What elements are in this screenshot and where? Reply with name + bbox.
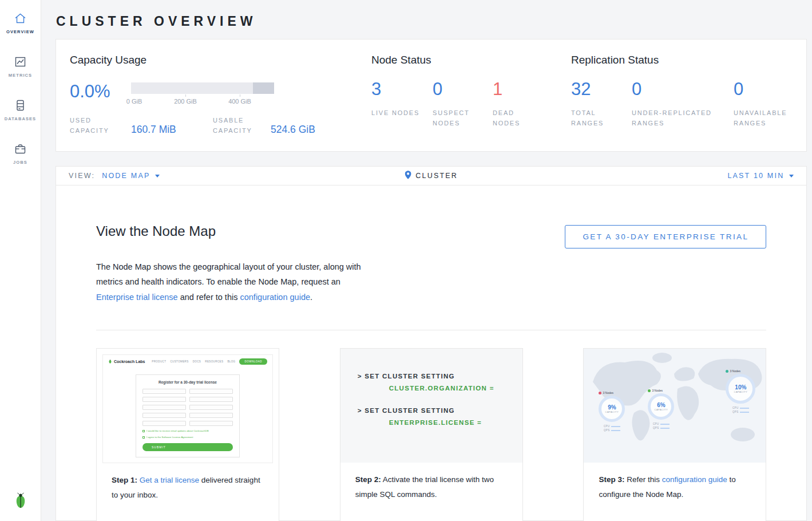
region-nodes-label: 3 Nodes	[603, 391, 613, 394]
axis-tick-label: 200 GiB	[174, 98, 197, 105]
metrics-icon	[13, 55, 27, 69]
metric-bar	[660, 428, 670, 429]
metric-label: QPS	[732, 411, 738, 413]
mock-site-header: Cockroach Labs PRODUCT CUSTOMERS DOCS RE…	[103, 355, 272, 368]
axis-tick-label: 0 GiB	[126, 98, 142, 105]
mock-input	[189, 397, 233, 402]
capacity-donut: 9% CAPACITY	[599, 396, 625, 422]
replication-status-section: Replication Status 32 TOTAL RANGES 0 UND…	[571, 54, 793, 151]
sidebar-item-label: METRICS	[9, 73, 32, 78]
app-root: OVERVIEW METRICS DATABASES	[0, 0, 812, 521]
suspect-nodes-label: SUSPECT NODES	[433, 108, 481, 128]
node-dot-icon	[648, 389, 651, 392]
capacity-donut: 6% CAPACITY	[648, 393, 674, 420]
main-content: CLUSTER OVERVIEW Capacity Usage 0.0% 0 G…	[41, 0, 812, 521]
step1-screenshot: Cockroach Labs PRODUCT CUSTOMERS DOCS RE…	[102, 354, 273, 463]
mock-input	[142, 397, 186, 402]
sidebar-item-label: JOBS	[13, 160, 27, 165]
sidebar-item-label: OVERVIEW	[6, 29, 34, 34]
configuration-guide-link[interactable]: configuration guide	[662, 475, 727, 484]
dead-nodes-stat: 1 DEAD NODES	[493, 80, 547, 128]
configuration-guide-link[interactable]: configuration guide	[240, 293, 310, 302]
mock-brand: Cockroach Labs	[108, 359, 145, 364]
sidebar: OVERVIEW METRICS DATABASES	[0, 0, 41, 521]
view-selector-dropdown[interactable]: NODE MAP	[102, 172, 160, 180]
node-status-title: Node Status	[371, 54, 571, 66]
enterprise-trial-button[interactable]: GET A 30-DAY ENTERPRISE TRIAL	[565, 225, 766, 248]
dead-nodes-value: 1	[493, 80, 541, 98]
divider	[96, 330, 766, 330]
mock-input	[189, 421, 233, 426]
mock-nav: PRODUCT CUSTOMERS DOCS RESOURCES BLOG	[152, 360, 235, 363]
used-capacity-label: USED CAPACITY	[70, 115, 131, 136]
node-map-description: The Node Map shows the geographical layo…	[96, 259, 365, 305]
region-metrics: CPU QPS	[732, 405, 749, 413]
axis-tick-label: 400 GiB	[228, 98, 251, 105]
location-pin-icon	[405, 171, 411, 181]
used-capacity-value: 160.7 MiB	[131, 124, 213, 136]
sidebar-item-jobs[interactable]: JOBS	[13, 142, 27, 165]
sidebar-item-label: DATABASES	[5, 116, 36, 121]
mock-form-title: Register for a 30-day trial license	[142, 380, 233, 384]
region-metrics: CPU QPS	[653, 421, 670, 429]
step3-label: Step 3:	[599, 475, 624, 484]
region-badge: 3 Nodes 9% CAPACITY CPU QPS	[599, 391, 625, 432]
page-title: CLUSTER OVERVIEW	[56, 14, 807, 29]
sidebar-item-metrics[interactable]: METRICS	[9, 55, 32, 78]
metric-label: CPU	[653, 423, 659, 425]
step2-caption: Step 2: Activate the trial license with …	[340, 463, 522, 503]
mock-nav-item: RESOURCES	[205, 360, 223, 363]
suspect-nodes-stat: 0 SUSPECT NODES	[433, 80, 493, 128]
live-nodes-label: LIVE NODES	[371, 108, 420, 118]
sql-command-setting: CLUSTER.ORGANIZATION =	[389, 385, 522, 392]
metric-bar	[740, 412, 749, 413]
step1-card: Cockroach Labs PRODUCT CUSTOMERS DOCS RE…	[96, 348, 279, 521]
node-status-section: Node Status 3 LIVE NODES 0 SUSPECT NODES…	[371, 54, 571, 151]
unavailable-ranges-value: 0	[734, 80, 787, 98]
chevron-down-icon	[155, 175, 160, 177]
capacity-caption: CAPACITY	[655, 408, 668, 411]
step3-caption-text: Refer this	[624, 475, 662, 484]
total-ranges-label: TOTAL RANGES	[571, 108, 620, 128]
view-selector-value: NODE MAP	[102, 172, 150, 180]
capacity-usage-section: Capacity Usage 0.0% 0 GiB 200 GiB 400 Gi…	[70, 54, 371, 151]
mock-trial-form: Register for a 30-day trial license I	[136, 374, 240, 457]
sql-command-prefix: > SET CLUSTER SETTING	[358, 373, 522, 380]
get-trial-license-link[interactable]: Get a trial license	[140, 476, 199, 484]
capacity-percent-value: 0.0%	[70, 80, 131, 107]
checkbox-icon	[142, 430, 145, 432]
region-badge: 3 Nodes 6% CAPACITY CPU QPS	[648, 389, 674, 429]
metric-label: QPS	[653, 427, 659, 429]
suspect-nodes-value: 0	[433, 80, 487, 98]
unavailable-ranges-label: UNAVAILABLE RANGES	[734, 108, 787, 128]
chevron-down-icon	[789, 175, 794, 177]
metric-label: CPU	[604, 425, 609, 428]
capacity-caption: CAPACITY	[605, 411, 619, 413]
node-map-title: View the Node Map	[96, 223, 216, 239]
time-range-dropdown[interactable]: LAST 10 MIN	[727, 172, 794, 180]
mock-brand-label: Cockroach Labs	[114, 360, 145, 364]
sidebar-item-overview[interactable]: OVERVIEW	[6, 11, 34, 34]
node-dot-icon	[726, 370, 728, 373]
mock-input	[189, 389, 233, 394]
region-nodes-label: 3 Nodes	[730, 369, 740, 373]
region-badge: 3 Nodes 10% CAPACITY CPU QPS	[726, 369, 755, 413]
enterprise-trial-license-link[interactable]: Enterprise trial license	[96, 293, 178, 302]
description-text: .	[310, 293, 312, 302]
mock-nav-item: DOCS	[193, 360, 201, 363]
metric-label: QPS	[604, 429, 609, 432]
mock-input	[142, 389, 186, 394]
metric-bar	[611, 430, 620, 431]
under-replicated-ranges-label: UNDER-REPLICATED RANGES	[632, 108, 728, 128]
mock-submit-button: SUBMIT	[142, 443, 233, 451]
description-text: The Node Map shows the geographical layo…	[96, 262, 361, 286]
dead-nodes-label: DEAD NODES	[493, 108, 541, 128]
sql-command: > SET CLUSTER SETTING ENTERPRISE.LICENSE…	[358, 407, 522, 426]
usable-capacity-label: USABLE CAPACITY	[213, 115, 271, 136]
axis-tickmark	[240, 94, 240, 97]
sql-command: > SET CLUSTER SETTING CLUSTER.ORGANIZATI…	[358, 373, 522, 392]
breadcrumb-cluster-label: CLUSTER	[415, 172, 458, 180]
step2-code-block: > SET CLUSTER SETTING CLUSTER.ORGANIZATI…	[340, 349, 522, 463]
sidebar-item-databases[interactable]: DATABASES	[5, 98, 36, 121]
step1-label: Step 1:	[112, 476, 137, 484]
